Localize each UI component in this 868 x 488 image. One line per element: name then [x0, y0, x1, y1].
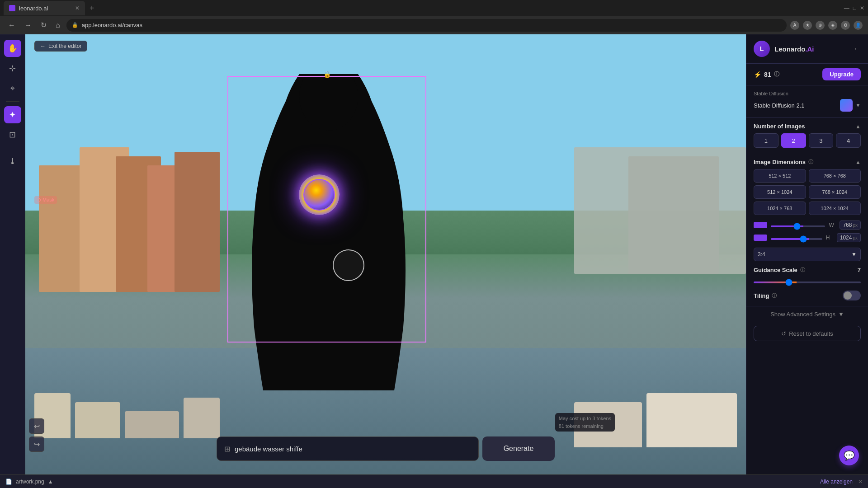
close-window-icon[interactable]: ✕ — [860, 5, 864, 11]
undo-button[interactable]: ↩ — [29, 418, 44, 434]
dim-768x768[interactable]: 768 × 768 — [809, 169, 861, 183]
h-label: H — [826, 235, 833, 241]
upgrade-button[interactable]: Upgrade — [822, 68, 861, 80]
height-slider-wrap — [771, 234, 822, 242]
tool-image[interactable]: ⊡ — [4, 126, 21, 143]
guidance-title: Guidance Scale ⓘ — [754, 267, 805, 273]
num-images-1[interactable]: 1 — [754, 133, 778, 148]
reset-icon: ↺ — [781, 330, 786, 337]
dim-1024x1024[interactable]: 1024 × 1024 — [809, 202, 861, 215]
tool-paint[interactable]: ✦ — [4, 106, 21, 123]
guidance-info-icon[interactable]: ⓘ — [800, 267, 805, 273]
guidance-header: Guidance Scale ⓘ 7 — [754, 267, 861, 273]
extension-icon-6[interactable]: 👤 — [854, 21, 863, 30]
tool-hand[interactable]: ✋ — [4, 40, 21, 57]
back-button[interactable]: ← — [5, 19, 18, 31]
boats-right — [556, 366, 737, 447]
height-slider[interactable] — [771, 238, 822, 240]
maximize-icon[interactable]: □ — [853, 5, 856, 11]
width-unit: px — [853, 223, 858, 228]
dims-collapse[interactable]: ▲ — [855, 159, 861, 165]
height-value-box: 1024 px — [837, 233, 861, 242]
extension-icon-2[interactable]: ★ — [803, 21, 812, 30]
extension-icon-3[interactable]: ⊕ — [816, 21, 825, 30]
token-info-line2: 81 tokens remaining — [559, 422, 611, 430]
close-notification-button[interactable]: ✕ — [858, 479, 863, 485]
collapse-panel-button[interactable]: ← — [854, 45, 861, 53]
num-images-4[interactable]: 4 — [836, 133, 861, 148]
exit-editor-button[interactable]: ← Exit the editor — [34, 41, 87, 52]
extension-icon-1[interactable]: A — [790, 21, 799, 30]
height-value: 1024 — [840, 235, 852, 241]
app-name-accent: .Ai — [805, 45, 814, 53]
left-sidebar: ✋ ⊹ ⌖ ✦ ⊡ ⤓ — [0, 34, 25, 474]
minimize-icon[interactable]: — — [844, 5, 849, 11]
expand-icon: ▲ — [48, 479, 53, 485]
tiling-info-icon[interactable]: ⓘ — [772, 292, 777, 299]
refresh-button[interactable]: ↻ — [38, 19, 49, 31]
lock-icon: 🔒 — [72, 22, 78, 28]
tab-favicon — [9, 5, 15, 11]
notification-button[interactable]: Alle anzeigen — [820, 479, 853, 485]
model-expand-icon[interactable]: ▼ — [855, 102, 861, 108]
new-tab-button[interactable]: + — [87, 4, 97, 13]
panel-header: L Leonardo.Ai ← — [746, 34, 868, 64]
bottom-left: 📄 artwork.png ▲ — [5, 479, 53, 485]
w-toggle[interactable] — [754, 222, 767, 228]
tool-lasso[interactable]: ⌖ — [4, 80, 21, 97]
browser-toolbar: A ★ ⊕ ◈ ⚙ 👤 — [790, 21, 863, 30]
credits-row: ⚡ 81 ⓘ Upgrade — [746, 64, 868, 85]
canvas-area[interactable]: ← Exit the editor — [25, 34, 746, 474]
tiling-title: Tiling ⓘ — [754, 292, 777, 299]
model-selector[interactable]: Stable Diffusion 2.1 ▼ — [754, 99, 861, 112]
prompt-input[interactable] — [235, 445, 471, 453]
url-bar[interactable]: 🔒 app.leonardo.ai/canvas — [66, 19, 787, 32]
credits-icon: ⚡ — [754, 71, 761, 78]
reset-button[interactable]: ↺ Reset to defaults — [754, 326, 861, 341]
buildings-left — [25, 129, 229, 310]
h-toggle[interactable] — [754, 235, 767, 241]
dim-1024x768[interactable]: 1024 × 768 — [754, 202, 806, 215]
num-images-collapse[interactable]: ▲ — [855, 123, 861, 130]
width-slider[interactable] — [771, 225, 825, 227]
aspect-ratio-select[interactable]: 3:4 ▼ — [754, 248, 861, 261]
num-images-row: 1 2 3 4 — [746, 133, 868, 153]
tab-close-button[interactable]: ✕ — [75, 5, 80, 11]
tool-selection[interactable]: ⊹ — [4, 60, 21, 77]
token-info: May cost up to 3 tokens 81 tokens remain… — [555, 413, 615, 432]
dim-768x1024[interactable]: 768 × 1024 — [809, 185, 861, 199]
tool-download[interactable]: ⤓ — [4, 153, 21, 170]
num-images-3[interactable]: 3 — [809, 133, 834, 148]
redo-button[interactable]: ↪ — [29, 436, 44, 452]
image-dims-title: Image Dimensions ⓘ — [754, 159, 813, 165]
chat-fab-button[interactable]: 💬 — [839, 446, 859, 465]
leonardo-panel: L Leonardo.Ai ← ⚡ 81 ⓘ Upgrade Stable Di… — [746, 34, 868, 474]
extension-icon-4[interactable]: ◈ — [828, 21, 837, 30]
show-advanced-label: Show Advanced Settings — [770, 311, 835, 318]
forward-button[interactable]: → — [22, 19, 34, 31]
aspect-ratio-chevron: ▼ — [851, 251, 857, 258]
width-value-box: 768 px — [840, 221, 861, 230]
active-tab[interactable]: leonardo.ai ✕ — [4, 1, 85, 15]
prompt-input-wrap[interactable]: ⊞ — [217, 436, 479, 461]
num-images-2[interactable]: 2 — [781, 133, 806, 148]
credits-info-icon[interactable]: ⓘ — [774, 70, 779, 78]
model-section: Stable Diffusion Stable Diffusion 2.1 ▼ — [746, 85, 868, 117]
extension-icon-5[interactable]: ⚙ — [841, 21, 850, 30]
model-icon-btn: ▼ — [840, 99, 861, 112]
dim-512x512[interactable]: 512 × 512 — [754, 169, 806, 183]
guidance-slider[interactable] — [754, 282, 861, 283]
show-advanced-row[interactable]: Show Advanced Settings ▼ — [746, 306, 868, 322]
tab-bar: leonardo.ai ✕ + — □ ✕ — [0, 0, 868, 16]
panel-header-right: ← — [854, 45, 861, 53]
mask-label: ⊙ Mask — [34, 196, 57, 204]
tiling-toggle[interactable] — [843, 291, 861, 300]
generate-button[interactable]: Generate — [482, 436, 555, 461]
app-layout: ✋ ⊹ ⌖ ✦ ⊡ ⤓ ← Exit the editor — [0, 34, 868, 474]
dims-info-icon[interactable]: ⓘ — [808, 159, 813, 165]
dim-512x1024[interactable]: 512 × 1024 — [754, 185, 806, 199]
width-slider-wrap — [771, 221, 825, 229]
prompt-settings-icon[interactable]: ⊞ — [224, 445, 230, 453]
home-button[interactable]: ⌂ — [53, 19, 63, 31]
width-row: W 768 px — [754, 221, 861, 230]
